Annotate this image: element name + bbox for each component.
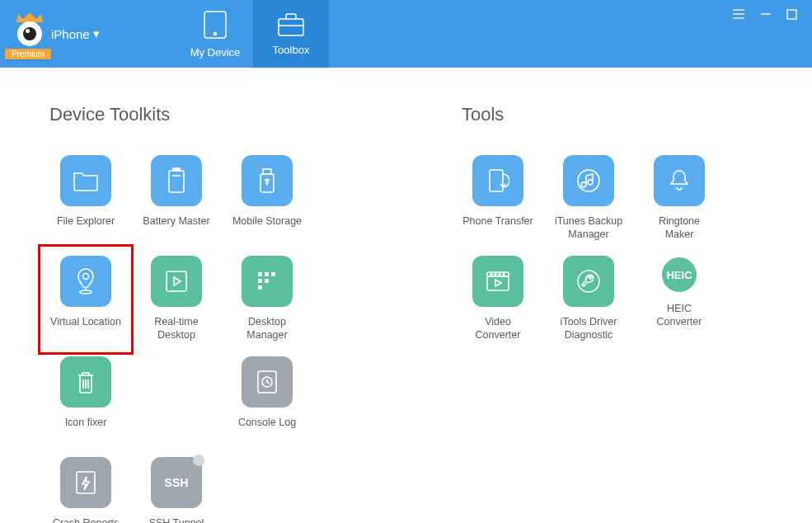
tile-heic-converter[interactable]: HEIC HEIC Converter <box>643 256 716 343</box>
device-selector[interactable]: iPhone ▾ <box>51 26 100 41</box>
notification-dot-icon <box>193 455 204 466</box>
nav-toolbox-label: Toolbox <box>273 44 310 56</box>
minimize-button[interactable] <box>760 8 772 23</box>
tile-ssh-tunnel[interactable]: SSH SSH Tunnel <box>140 457 213 523</box>
svg-rect-19 <box>265 272 269 276</box>
window-controls <box>732 0 812 68</box>
tile-label: Crash Reports <box>53 516 120 523</box>
svg-point-38 <box>578 271 599 292</box>
nav-toolbox[interactable]: Toolbox <box>253 0 329 68</box>
tile-itunes-backup[interactable]: iTunes Backup Manager <box>552 155 625 243</box>
tablet-icon <box>203 10 228 40</box>
premium-badge: Premium <box>5 49 51 59</box>
tile-label: SSH Tunnel <box>149 516 204 523</box>
svg-rect-21 <box>258 279 262 283</box>
tile-label: Real-time Desktop <box>140 315 213 343</box>
nav-my-device[interactable]: My Device <box>177 0 253 68</box>
app-logo <box>12 16 48 52</box>
bolt-file-icon <box>60 457 111 508</box>
tile-label: Video Converter <box>462 315 534 343</box>
app-header: Premium iPhone ▾ My Device Toolbox <box>0 0 812 68</box>
tools-title: Tools <box>462 104 734 125</box>
svg-rect-20 <box>271 272 275 276</box>
heic-text: HEIC <box>666 269 692 281</box>
device-label-text: iPhone <box>51 27 90 41</box>
grid-icon <box>242 256 293 307</box>
tile-label: Battery Master <box>143 214 209 243</box>
svg-point-36 <box>499 274 500 276</box>
tile-label: Console Log <box>238 416 296 444</box>
tile-crash-reports[interactable]: Crash Reports <box>49 457 122 523</box>
heic-icon: HEIC <box>660 256 698 294</box>
device-toolkits-title: Device Toolkits <box>49 104 387 125</box>
tile-mobile-storage[interactable]: Mobile Storage <box>231 155 303 243</box>
phone-transfer-icon <box>472 155 523 206</box>
tile-console-log[interactable]: Console Log <box>231 356 303 444</box>
tile-label: Virtual Location <box>50 315 121 343</box>
tile-desktop-manager[interactable]: Desktop Manager <box>231 256 303 343</box>
clock-file-icon <box>242 356 293 408</box>
svg-point-15 <box>83 274 89 280</box>
battery-icon <box>151 155 202 206</box>
tile-label: Ringtone Maker <box>643 214 716 243</box>
menu-button[interactable] <box>732 8 745 23</box>
music-note-icon <box>563 155 614 206</box>
svg-rect-29 <box>77 472 95 493</box>
tile-label: HEIC Converter <box>643 302 716 330</box>
usb-icon <box>242 155 293 206</box>
svg-rect-8 <box>787 10 796 19</box>
ssh-text: SSH <box>165 476 189 489</box>
tile-label: Phone Transfer <box>462 214 533 243</box>
svg-point-35 <box>495 274 496 276</box>
tile-icon-fixer[interactable]: Icon fixer <box>49 356 122 444</box>
tile-ringtone-maker[interactable]: Ringtone Maker <box>643 155 716 243</box>
play-icon <box>151 256 202 307</box>
svg-point-16 <box>80 290 92 294</box>
svg-rect-23 <box>258 285 262 290</box>
tile-label: Mobile Storage <box>232 214 302 243</box>
tile-label: Desktop Manager <box>231 315 303 343</box>
tile-battery-master[interactable]: Battery Master <box>140 155 213 243</box>
bell-icon <box>654 155 705 206</box>
device-toolkits-section: Device Toolkits File Explorer Battery Ma… <box>49 104 387 523</box>
svg-point-1 <box>214 32 217 35</box>
maximize-button[interactable] <box>786 8 797 23</box>
device-toolkits-grid: File Explorer Battery Master Mobile Stor… <box>49 155 387 523</box>
folder-icon <box>60 155 111 206</box>
svg-rect-9 <box>169 171 184 192</box>
svg-rect-30 <box>490 170 503 191</box>
tile-label: iTunes Backup Manager <box>552 214 625 243</box>
tile-phone-transfer[interactable]: Phone Transfer <box>462 155 534 243</box>
tile-driver-diagnostic[interactable]: iTools Driver Diagnostic <box>552 256 625 343</box>
tools-section: Tools Phone Transfer iTunes Backup Manag… <box>462 104 734 523</box>
tile-video-converter[interactable]: Video Converter <box>462 256 534 343</box>
toolbox-icon <box>277 12 305 37</box>
svg-rect-17 <box>167 271 186 291</box>
chevron-down-icon: ▾ <box>93 26 100 41</box>
main-content: Device Toolkits File Explorer Battery Ma… <box>0 68 812 523</box>
tile-virtual-location[interactable]: Virtual Location <box>49 256 122 343</box>
film-icon <box>472 256 523 307</box>
svg-rect-18 <box>258 272 262 276</box>
tile-label: Icon fixer <box>65 416 107 444</box>
trash-icon <box>60 356 111 408</box>
svg-point-34 <box>490 274 492 276</box>
svg-point-37 <box>503 274 505 276</box>
svg-rect-22 <box>265 279 269 283</box>
tile-file-explorer[interactable]: File Explorer <box>49 155 122 243</box>
location-pin-icon <box>60 256 111 307</box>
nav-my-device-label: My Device <box>190 46 241 59</box>
tile-label: iTools Driver Diagnostic <box>552 315 625 343</box>
tools-grid: Phone Transfer iTunes Backup Manager Rin… <box>462 155 734 343</box>
wrench-icon <box>563 256 614 307</box>
header-left: Premium iPhone ▾ <box>0 0 177 68</box>
tile-realtime-desktop[interactable]: Real-time Desktop <box>140 256 213 343</box>
svg-rect-13 <box>263 169 271 174</box>
svg-rect-10 <box>173 168 180 171</box>
tile-label: File Explorer <box>57 214 115 243</box>
svg-rect-2 <box>279 19 303 35</box>
